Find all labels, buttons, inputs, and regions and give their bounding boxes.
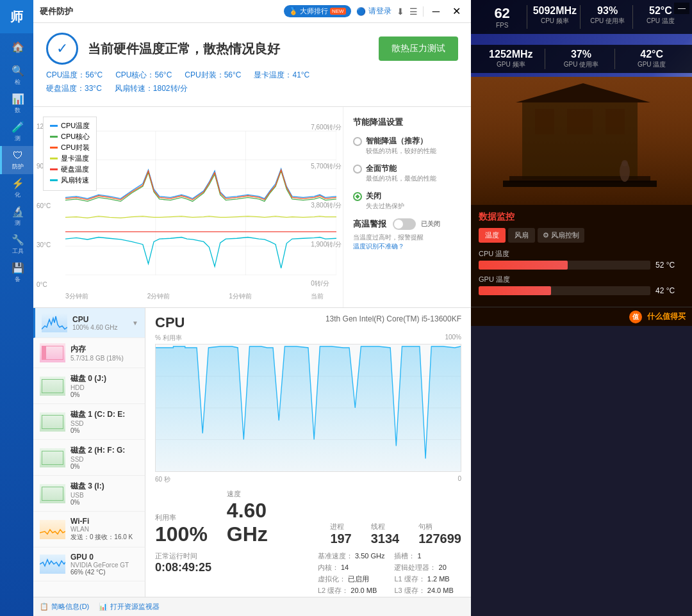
resource-item-disk3[interactable]: 磁盘 3 (I:) USB 0% bbox=[33, 476, 145, 512]
sidebar-item-1[interactable]: 🏠 bbox=[0, 33, 33, 61]
login-icon: 🔵 bbox=[356, 7, 366, 16]
cpu-scroll-btn[interactable]: ▼ bbox=[132, 320, 138, 327]
menu-btn[interactable]: ☰ bbox=[409, 6, 418, 17]
detail-spacer bbox=[224, 551, 305, 596]
cpu-usage-label: CPU 使用率 bbox=[583, 17, 632, 26]
overlay-min-btn[interactable]: — bbox=[674, 3, 689, 14]
radio-smart[interactable] bbox=[353, 137, 362, 146]
sidebar-item-3[interactable]: 📊 数 bbox=[0, 90, 33, 118]
gpu-temp-label: 显卡温度：41°C bbox=[254, 70, 309, 81]
energy-label-off: 关闭 bbox=[366, 191, 404, 202]
new-badge: NEW bbox=[330, 8, 346, 15]
legend-label-pkg: CPU封装 bbox=[61, 143, 90, 152]
cpu-temp-bar-container: 52 °C bbox=[479, 261, 684, 270]
rank-badge[interactable]: 🏅 大师排行 NEW bbox=[284, 5, 351, 17]
resource-item-disk1[interactable]: 磁盘 1 (C: D: E: SSD 0% bbox=[33, 404, 145, 440]
uptime-value: 0:08:49:25 bbox=[155, 561, 211, 574]
fps-val: 62 bbox=[477, 5, 527, 22]
x-label-current: 当前 bbox=[311, 292, 324, 301]
dm-tab-temp[interactable]: 温度 bbox=[479, 228, 506, 243]
gpu-pct: 66% (42 °C) bbox=[70, 569, 138, 576]
cpu-name: CPU bbox=[72, 315, 127, 324]
resource-item-gpu[interactable]: GPU 0 NVIDIA GeForce GT 66% (42 °C) bbox=[33, 547, 145, 581]
overlay-minimize[interactable]: — bbox=[671, 0, 692, 17]
energy-option-smart[interactable]: 智能降温（推荐） 较低的功耗，较好的性能 bbox=[353, 136, 461, 156]
dm-tab-fan[interactable]: 风扇 bbox=[508, 228, 535, 243]
login-label: 请登录 bbox=[368, 6, 391, 17]
high-temp-toggle[interactable] bbox=[393, 218, 416, 230]
resource-item-wifi[interactable]: Wi-Fi WLAN 发送：0 接收：16.0 K bbox=[33, 512, 145, 547]
gpu-temp-val: 显卡温度：41°C bbox=[254, 70, 309, 79]
dm-tab-fan-ctrl[interactable]: ⚙ 风扇控制 bbox=[538, 228, 584, 243]
open-monitor-link[interactable]: 📊 打开资源监视器 bbox=[99, 602, 160, 612]
energy-option-off[interactable]: 关闭 失去过热保护 bbox=[353, 191, 461, 211]
mem-name: 内存 bbox=[70, 344, 138, 355]
opt-icon: ⚡ bbox=[12, 177, 24, 190]
hw-test-btn[interactable]: 散热压力测试 bbox=[379, 36, 458, 61]
high-temp-label: 高温警报 bbox=[353, 218, 386, 230]
virt-label: 虚拟化： bbox=[318, 575, 346, 583]
cpu-thumb bbox=[42, 313, 67, 332]
speed-label: 速度 bbox=[227, 489, 292, 499]
cpu-temp-label: CPU温度：56°C bbox=[46, 70, 103, 81]
disk0-name: 磁盘 0 (J:) bbox=[70, 373, 138, 384]
gpu-temp-bar-fill bbox=[479, 286, 551, 295]
energy-option-full[interactable]: 全面节能 最低的功耗，最低的性能 bbox=[353, 163, 461, 183]
legend-color-disk bbox=[50, 168, 58, 170]
util-label: 利用率 bbox=[155, 513, 208, 523]
fps-label: FPS bbox=[477, 22, 527, 29]
resource-item-disk0[interactable]: 磁盘 0 (J:) HDD 0% bbox=[33, 368, 145, 404]
wifi-name: Wi-Fi bbox=[70, 517, 138, 526]
resource-item-memory[interactable]: 内存 5.7/31.8 GB (18%) bbox=[33, 338, 145, 368]
sidebar-item-scan[interactable]: 🔬 测 bbox=[0, 202, 33, 231]
zwzm-text: 什么值得买 bbox=[647, 311, 686, 322]
disk3-name: 磁盘 3 (I:) bbox=[70, 481, 138, 492]
high-temp-link[interactable]: 温度识别不准确？ bbox=[353, 242, 461, 251]
open-monitor-label: 打开资源监视器 bbox=[110, 602, 160, 612]
topbar-center: 🏅 大师排行 NEW 🔵 请登录 ⬇ ☰ ─ ✕ bbox=[284, 4, 465, 19]
sidebar-item-device[interactable]: 💾 备 bbox=[0, 259, 33, 287]
resource-item-cpu[interactable]: CPU 100% 4.60 GHz ▼ bbox=[33, 308, 145, 338]
radio-off[interactable] bbox=[353, 192, 362, 201]
cpu-temp-bar-value: 52 °C bbox=[655, 261, 684, 270]
cpu-info: CPU 100% 4.60 GHz bbox=[72, 315, 127, 331]
cpu-pkg-val: CPU封装：56°C bbox=[185, 70, 241, 79]
handle-label: 句柄 bbox=[418, 522, 461, 531]
disk1-thumb bbox=[40, 412, 65, 432]
y-right-0: 0转/分 bbox=[311, 279, 342, 288]
uptime-label: 正常运行时间 bbox=[155, 551, 211, 561]
cpu-pkg-label: CPU封装：56°C bbox=[185, 70, 241, 81]
download-btn[interactable]: ⬇ bbox=[397, 6, 404, 17]
sidebar-item-opt[interactable]: ⚡ 化 bbox=[0, 174, 33, 202]
device-icon: 💾 bbox=[12, 262, 24, 274]
login-btn[interactable]: 🔵 请登录 bbox=[356, 6, 391, 17]
stat-speed: 速度 4.60 GHz bbox=[227, 489, 292, 546]
chart-y-right: 7,600转/分 5,700转/分 3,800转/分 1,900转/分 0转/分 bbox=[311, 123, 342, 288]
detail-virt: 虚拟化： 已启用 bbox=[318, 574, 385, 584]
cpu-chart-label-bottom: 60 秒 0 bbox=[155, 475, 461, 484]
gpu-temp-overlay-label: GPU 温度 bbox=[618, 60, 686, 69]
hw-panel: ✓ 当前硬件温度正常，散热情况良好 散热压力测试 CPU温度：56°C CPU核… bbox=[33, 23, 471, 107]
proc-label: 进程 bbox=[330, 522, 351, 531]
l3-val: 24.0 MB bbox=[427, 587, 454, 594]
l1-val: 1.2 MB bbox=[427, 575, 450, 583]
close-btn[interactable]: ✕ bbox=[449, 4, 465, 19]
radio-full[interactable] bbox=[353, 165, 362, 174]
disk1-name: 磁盘 1 (C: D: E: bbox=[70, 409, 138, 420]
sidebar-item-tools[interactable]: 🔧 工具 bbox=[0, 231, 33, 259]
resource-item-disk2[interactable]: 磁盘 2 (H: F: G: SSD 0% bbox=[33, 440, 145, 476]
cpu-sub: 100% 4.60 GHz bbox=[72, 324, 127, 331]
wifi-sub: WLAN bbox=[70, 526, 138, 533]
logical-val: 20 bbox=[439, 563, 447, 571]
disk0-sub: HDD bbox=[70, 384, 138, 391]
sidebar-item-detection[interactable]: 🔍 检 bbox=[0, 61, 33, 90]
y-right-3800: 3,800转/分 bbox=[311, 201, 342, 210]
sidebar-item-protection[interactable]: 🛡 防护 bbox=[0, 146, 33, 174]
summary-link[interactable]: 📋 简略信息(D) bbox=[40, 602, 89, 612]
right-panel: 62 FPS 5092MHz CPU 频率 93% CPU 使用率 52°C C… bbox=[471, 0, 692, 616]
overlay-stats-row1: 62 FPS 5092MHz CPU 频率 93% CPU 使用率 52°C C… bbox=[471, 0, 692, 34]
energy-desc-smart: 较低的功耗，较好的性能 bbox=[366, 147, 436, 156]
sidebar-item-test[interactable]: 🧪 测 bbox=[0, 118, 33, 146]
minimize-btn[interactable]: ─ bbox=[429, 4, 443, 19]
handle-value: 127699 bbox=[418, 531, 461, 546]
